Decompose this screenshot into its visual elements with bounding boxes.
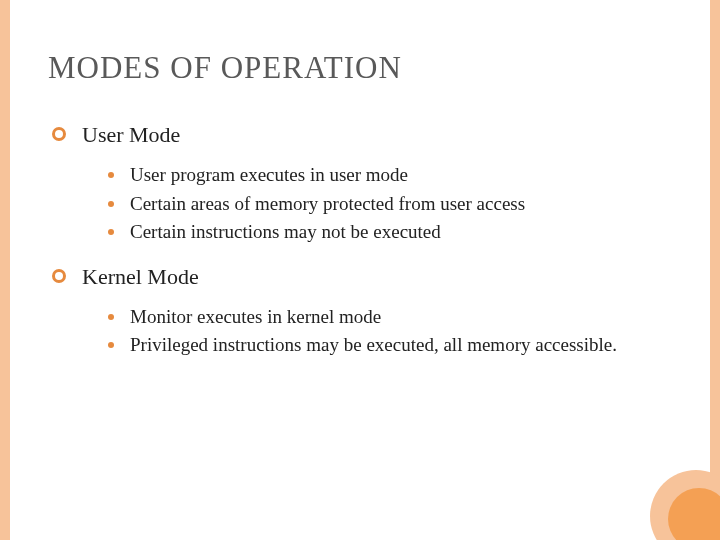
dot-bullet-icon (108, 172, 114, 178)
slide-border-left (0, 0, 10, 540)
item-text: Monitor executes in kernel mode (130, 306, 381, 327)
slide-content: MODES OF OPERATION User Mode User progra… (10, 0, 710, 540)
dot-bullet-icon (108, 201, 114, 207)
item-text: Privileged instructions may be executed,… (130, 334, 617, 355)
ring-bullet-icon (52, 269, 66, 283)
section-label: User Mode (82, 122, 180, 147)
dot-bullet-icon (108, 229, 114, 235)
list-item: Certain areas of memory protected from u… (108, 191, 672, 218)
sub-list: User program executes in user mode Certa… (82, 162, 672, 246)
ring-bullet-icon (52, 127, 66, 141)
dot-bullet-icon (108, 314, 114, 320)
sub-list: Monitor executes in kernel mode Privileg… (82, 304, 672, 359)
section-kernel-mode: Kernel Mode Monitor executes in kernel m… (52, 264, 672, 359)
slide-title: MODES OF OPERATION (48, 50, 672, 86)
list-item: Privileged instructions may be executed,… (108, 332, 672, 359)
item-text: Certain instructions may not be executed (130, 221, 441, 242)
list-item: Certain instructions may not be executed (108, 219, 672, 246)
item-text: Certain areas of memory protected from u… (130, 193, 525, 214)
content-list: User Mode User program executes in user … (48, 122, 672, 359)
dot-bullet-icon (108, 342, 114, 348)
list-item: User program executes in user mode (108, 162, 672, 189)
item-text: User program executes in user mode (130, 164, 408, 185)
slide-border-right (710, 0, 720, 540)
section-label: Kernel Mode (82, 264, 199, 289)
list-item: Monitor executes in kernel mode (108, 304, 672, 331)
section-user-mode: User Mode User program executes in user … (52, 122, 672, 246)
